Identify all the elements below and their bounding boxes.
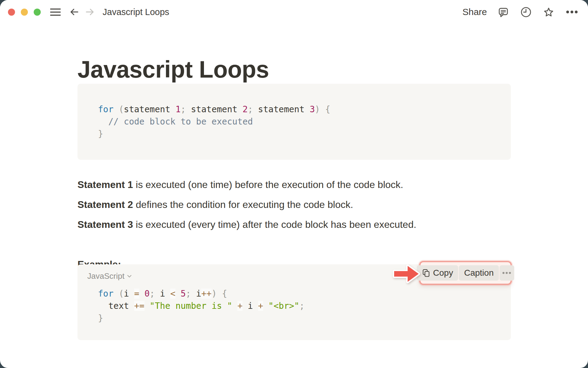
more-code-options-button[interactable] [499,265,514,281]
paragraph-statement-3: Statement 3 is executed (every time) aft… [77,218,416,231]
app-window: Javascript Loops Share [0,0,588,368]
language-selector[interactable]: JavaScript [87,271,132,281]
bold-term: Statement 1 [77,179,133,190]
paragraph-text: is executed (one time) before the execut… [133,179,403,190]
page-title: Javascript Loops [77,56,269,82]
code-block-syntax[interactable]: for (statement 1; statement 2; statement… [77,84,511,160]
copy-icon [422,269,430,277]
annotation-highlight-box: Copy Caption [419,261,512,285]
comments-icon[interactable] [497,6,510,18]
copy-button-label: Copy [433,268,453,278]
bold-term: Statement 2 [77,199,133,210]
minimize-window-button[interactable] [21,9,28,16]
traffic-lights [8,9,41,16]
paragraph-text: defines the condition for executing the … [133,199,353,210]
caption-button[interactable]: Caption [459,265,499,281]
chevron-down-icon [127,275,132,278]
breadcrumb-page-title[interactable]: Javascript Loops [103,7,169,17]
window-titlebar: Javascript Loops Share [0,0,588,24]
paragraph-text: is executed (every time) after the code … [133,219,416,230]
copy-button[interactable]: Copy [417,265,458,281]
share-button[interactable]: Share [462,7,487,17]
zoom-window-button[interactable] [34,9,41,16]
code-hover-toolbar: Copy Caption [417,265,514,281]
titlebar-actions: Share [462,6,579,18]
more-options-icon[interactable] [565,6,579,18]
favorite-star-icon[interactable] [542,6,555,18]
forward-arrow-icon[interactable] [85,7,95,17]
code-content-example: for (i = 0; i < 5; i++) { text += "The n… [98,288,304,324]
paragraph-statement-1: Statement 1 is executed (one time) befor… [77,178,403,191]
bold-term: Statement 3 [77,219,133,230]
close-window-button[interactable] [8,9,15,16]
code-content-syntax: for (statement 1; statement 2; statement… [98,103,330,140]
language-label: JavaScript [87,271,124,281]
sidebar-menu-icon[interactable] [50,8,61,16]
history-clock-icon[interactable] [520,6,532,18]
red-arrow-annotation [388,261,421,286]
back-arrow-icon[interactable] [69,7,79,17]
ellipsis-icon [502,271,512,275]
paragraph-statement-2: Statement 2 defines the condition for ex… [77,198,353,211]
caption-button-label: Caption [464,268,494,278]
